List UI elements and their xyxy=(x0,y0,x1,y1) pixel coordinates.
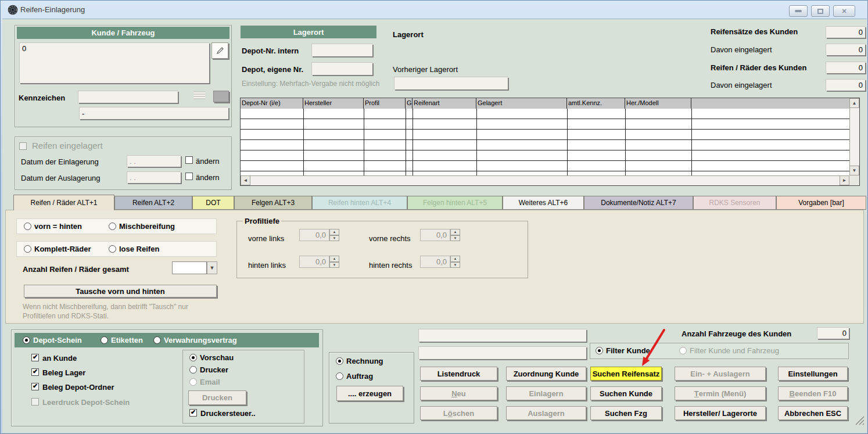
auslagerung-date-input[interactable] xyxy=(127,171,181,183)
scroll-up-button[interactable]: ▲ xyxy=(849,98,859,108)
tab-rdks-sensoren[interactable]: RDKS Sensoren xyxy=(693,196,776,210)
tab-reifen-hinten[interactable]: Reifen hinten ALT+4 xyxy=(312,196,407,210)
color-swatch-button[interactable] xyxy=(213,91,229,102)
depot-eigen-input[interactable] xyxy=(311,62,372,75)
info-input-1[interactable] xyxy=(418,329,586,342)
listendruck-button[interactable]: Listendruck xyxy=(420,367,497,381)
hinten-rechts-value[interactable]: 0,0 xyxy=(420,256,450,268)
resize-grip[interactable] xyxy=(853,414,865,426)
termin-button[interactable]: Termin (Menü) xyxy=(675,386,766,400)
hersteller-lagerorte-button[interactable]: Hersteller/ Lagerorte xyxy=(675,406,766,420)
hinten-links-spinner[interactable]: ▲▼ xyxy=(329,256,339,268)
lose-reifen-radio[interactable] xyxy=(109,245,116,253)
vorne-rechts-value[interactable]: 0,0 xyxy=(420,229,450,241)
einlagerung-aendern-checkbox[interactable] xyxy=(185,156,193,164)
col-her-modell[interactable]: Her./Modell xyxy=(625,98,691,109)
ein-auslagern-button[interactable]: Ein- + Auslagern xyxy=(675,367,766,381)
filter-kunde-radio[interactable] xyxy=(596,347,603,354)
list-icon[interactable] xyxy=(193,91,205,99)
etiketten-radio[interactable] xyxy=(101,336,108,344)
einlagerung-date-input[interactable] xyxy=(127,155,181,167)
hinten-links-value[interactable]: 0,0 xyxy=(299,256,329,268)
auftrag-radio[interactable] xyxy=(336,372,343,380)
zuordnung-kunde-button[interactable]: Zuordnung Kunde xyxy=(506,367,586,381)
suchen-fzg-button[interactable]: Suchen Fzg xyxy=(590,406,662,420)
rechnung-radio[interactable] xyxy=(336,357,343,365)
drucken-button[interactable]: Drucken xyxy=(188,390,246,405)
tab-reifen[interactable]: Reifen ALT+2 xyxy=(114,196,192,210)
minimize-button[interactable] xyxy=(789,5,808,17)
kennzeichen-input[interactable] xyxy=(78,91,178,103)
loeschen-button[interactable]: Löschen xyxy=(420,406,497,420)
tab-reifen-raeder[interactable]: Reifen / Räder ALT+1 xyxy=(13,195,114,210)
spin-up-icon[interactable]: ▲ xyxy=(329,256,339,262)
anzahl-gesamt-combobox[interactable] xyxy=(172,261,207,274)
restore-button[interactable] xyxy=(811,5,830,17)
col-g[interactable]: G xyxy=(406,98,413,109)
tab-weiteres[interactable]: Weiteres ALT+6 xyxy=(503,196,584,210)
col-hersteller[interactable]: Hersteller xyxy=(303,98,364,109)
spin-down-icon[interactable]: ▼ xyxy=(450,235,460,242)
vorne-links-value[interactable]: 0,0 xyxy=(299,229,329,241)
col-depot-nr[interactable]: Depot-Nr (i/e) xyxy=(241,98,303,109)
suchen-kunde-button[interactable]: Suchen Kunde xyxy=(590,386,662,400)
auslagerung-aendern-checkbox[interactable] xyxy=(185,173,193,180)
depot-schein-radio[interactable] xyxy=(23,336,30,344)
customer-textarea[interactable]: 0 xyxy=(19,42,209,83)
einlagern-button[interactable]: Einlagern xyxy=(506,386,586,400)
erzeugen-button[interactable]: .... erzeugen xyxy=(336,386,403,401)
plate-input[interactable] xyxy=(79,107,228,119)
vorne-rechts-spinner[interactable]: ▲▼ xyxy=(450,229,460,241)
neu-button[interactable]: Neu xyxy=(420,386,497,400)
verwahrungsvertrag-radio[interactable] xyxy=(153,336,161,344)
close-button[interactable]: ✕ xyxy=(833,5,855,17)
col-reifenart[interactable]: Reifenart xyxy=(413,98,476,109)
depot-intern-input[interactable] xyxy=(311,44,372,56)
auslagern-button[interactable]: Auslagern xyxy=(506,406,586,420)
info-input-2[interactable] xyxy=(418,346,586,359)
spin-up-icon[interactable]: ▲ xyxy=(329,229,339,235)
spin-up-icon[interactable]: ▲ xyxy=(450,256,460,262)
tab-vorgaben[interactable]: Vorgaben [bar] xyxy=(776,196,866,210)
reifen-eingelagert-checkbox[interactable] xyxy=(19,142,27,150)
hinten-rechts-spinner[interactable]: ▲▼ xyxy=(450,256,460,268)
col-profil[interactable]: Profil xyxy=(364,98,406,109)
druckersteuer-checkbox[interactable] xyxy=(189,409,197,417)
spin-down-icon[interactable]: ▼ xyxy=(329,235,339,242)
mischbereifung-radio[interactable] xyxy=(109,223,116,230)
email-radio[interactable] xyxy=(189,378,197,386)
horizontal-scrollbar[interactable] xyxy=(241,175,849,185)
drucker-radio[interactable] xyxy=(189,366,197,374)
beleg-lager-checkbox[interactable] xyxy=(31,368,39,376)
komplett-raeder-radio[interactable] xyxy=(24,245,31,253)
anzahl-dropdown-button[interactable]: ▼ xyxy=(207,261,217,274)
tab-dot[interactable]: DOT xyxy=(192,196,234,210)
spin-down-icon[interactable]: ▼ xyxy=(450,262,460,268)
col-gelagert[interactable]: Gelagert xyxy=(476,98,567,109)
tab-felgen-hinten[interactable]: Felgen hinten ALT+5 xyxy=(407,196,503,210)
vorschau-radio[interactable] xyxy=(189,354,197,361)
spin-down-icon[interactable]: ▼ xyxy=(329,262,339,268)
scroll-right-button[interactable]: ► xyxy=(840,175,849,185)
vorn-hinten-radio[interactable] xyxy=(24,223,31,230)
leerdruck-checkbox[interactable] xyxy=(31,398,39,406)
edit-customer-button[interactable] xyxy=(211,42,228,59)
vorheriger-lagerort-input[interactable] xyxy=(394,77,508,89)
tab-dokumente-notiz[interactable]: Dokumente/Notiz ALT+7 xyxy=(584,196,693,210)
depot-table-body[interactable] xyxy=(241,109,849,175)
spin-up-icon[interactable]: ▲ xyxy=(450,229,460,235)
scroll-down-button[interactable]: ▼ xyxy=(849,166,859,175)
vorne-links-spinner[interactable]: ▲▼ xyxy=(329,229,339,241)
vertical-scrollbar[interactable] xyxy=(849,98,859,175)
an-kunde-checkbox[interactable] xyxy=(31,354,39,361)
beenden-button[interactable]: Beenden F10 xyxy=(778,386,848,400)
scroll-left-button[interactable]: ◄ xyxy=(241,175,250,185)
col-amtl-kennz[interactable]: amtl.Kennz. xyxy=(567,98,625,109)
abbrechen-button[interactable]: Abbrechen ESC xyxy=(778,406,848,420)
tausche-button[interactable]: Tausche vorn und hinten xyxy=(24,285,217,297)
depot-table-header: Depot-Nr (i/e) Hersteller Profil G Reife… xyxy=(241,98,849,109)
tab-felgen[interactable]: Felgen ALT+3 xyxy=(234,196,312,210)
beleg-depot-ordner-checkbox[interactable] xyxy=(31,383,39,390)
filter-kunde-fahrzeug-radio[interactable] xyxy=(679,347,687,354)
einstellungen-button[interactable]: Einstellungen xyxy=(778,367,848,381)
